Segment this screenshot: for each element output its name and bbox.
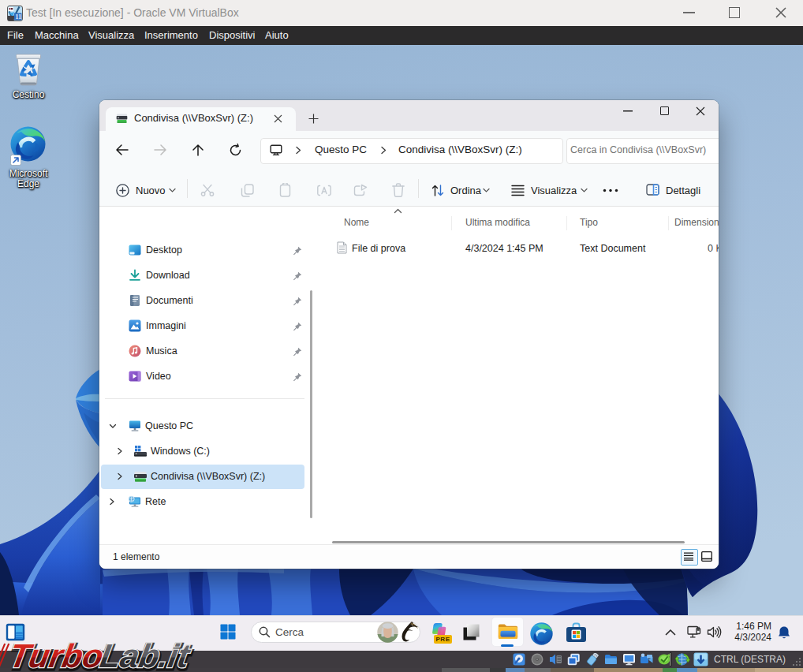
svg-text:Lab.it: Lab.it [97,637,193,672]
svg-text:11: 11 [15,13,21,21]
svg-text:Turbo: Turbo [6,637,106,672]
